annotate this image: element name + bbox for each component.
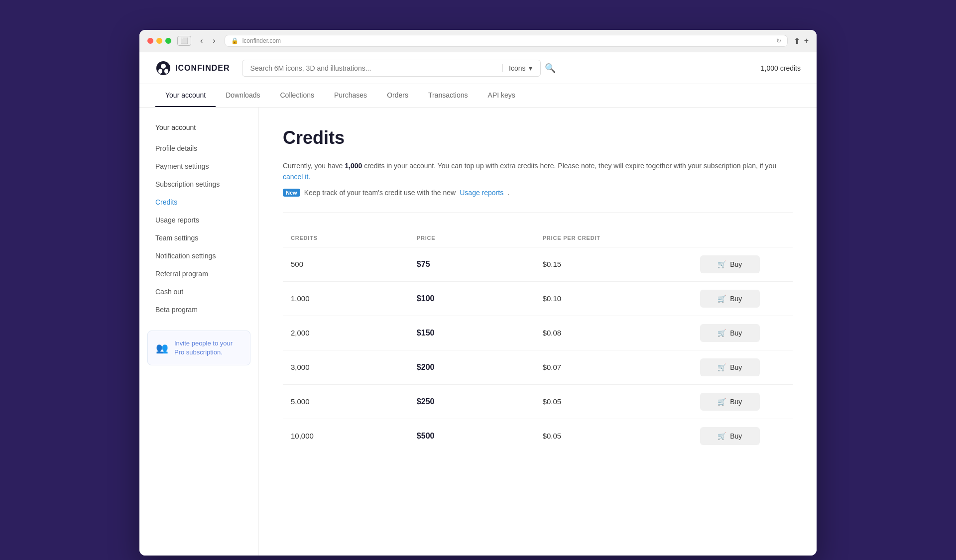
sidebar-item-profile-details[interactable]: Profile details <box>139 139 258 157</box>
new-badge: New <box>283 189 300 197</box>
forward-button[interactable]: › <box>210 35 218 46</box>
buy-label: Buy <box>730 398 742 406</box>
cell-credits-5: 10,000 <box>283 419 409 453</box>
url-text: iconfinder.com <box>242 37 281 44</box>
cell-price-0: $75 <box>409 247 535 281</box>
minimize-window-button[interactable] <box>156 38 162 44</box>
sidebar-item-payment-settings[interactable]: Payment settings <box>139 157 258 175</box>
col-header-credits: CREDITS <box>283 229 409 247</box>
tab-orders[interactable]: Orders <box>377 84 418 107</box>
table-header-row: CREDITS PRICE PRICE PER CREDIT <box>283 229 793 247</box>
tab-transactions[interactable]: Transactions <box>418 84 478 107</box>
cell-credits-1: 1,000 <box>283 281 409 316</box>
buy-label: Buy <box>730 260 742 268</box>
lock-icon: 🔒 <box>231 37 239 44</box>
svg-point-3 <box>164 69 168 74</box>
sidebar-item-usage-reports[interactable]: Usage reports <box>139 211 258 229</box>
cancel-link[interactable]: cancel it. <box>283 173 310 181</box>
sidebar-item-credits[interactable]: Credits <box>139 193 258 211</box>
cell-per-credit-5: $0.05 <box>535 419 692 453</box>
cell-credits-0: 500 <box>283 247 409 281</box>
table-row: 3,000 $200 $0.07 🛒 Buy <box>283 350 793 384</box>
cell-per-credit-0: $0.15 <box>535 247 692 281</box>
new-badge-row: New Keep track of your team's credit use… <box>283 189 793 197</box>
invite-box[interactable]: 👥 Invite people to your Pro subscription… <box>147 331 250 365</box>
cell-action-1: 🛒 Buy <box>692 281 793 316</box>
header-credits: 1,000 credits <box>761 64 801 72</box>
search-input[interactable] <box>250 64 499 72</box>
tab-downloads[interactable]: Downloads <box>216 84 270 107</box>
browser-window: ⬜ ‹ › 🔒 iconfinder.com ↻ ⬆ + ICONFINDER <box>139 30 817 556</box>
back-button[interactable]: ‹ <box>197 35 206 46</box>
sidebar-item-referral-program[interactable]: Referral program <box>139 265 258 283</box>
page-title: Credits <box>283 127 793 148</box>
people-icon: 👥 <box>156 342 168 354</box>
cell-credits-3: 3,000 <box>283 350 409 384</box>
buy-label: Buy <box>730 329 742 337</box>
cell-price-4: $250 <box>409 384 535 419</box>
cell-action-5: 🛒 Buy <box>692 419 793 453</box>
share-button[interactable]: ⬆ <box>794 36 800 46</box>
table-row: 500 $75 $0.15 🛒 Buy <box>283 247 793 281</box>
usage-reports-suffix: . <box>507 189 509 197</box>
traffic-lights <box>147 38 171 44</box>
buy-label: Buy <box>730 295 742 303</box>
tab-your-account[interactable]: Your account <box>155 84 216 107</box>
cell-per-credit-2: $0.08 <box>535 316 692 350</box>
svg-point-1 <box>161 64 166 69</box>
browser-chrome: ⬜ ‹ › 🔒 iconfinder.com ↻ ⬆ + <box>139 30 817 52</box>
page-content: Credits Currently, you have 1,000 credit… <box>259 108 817 556</box>
search-filter-label: Icons <box>509 64 525 72</box>
app-header: ICONFINDER Icons ▾ 🔍 1,000 credits <box>139 52 817 84</box>
new-tab-button[interactable]: + <box>804 36 809 46</box>
sidebar-item-cash-out[interactable]: Cash out <box>139 283 258 301</box>
sidebar-item-notification-settings[interactable]: Notification settings <box>139 247 258 265</box>
usage-reports-link[interactable]: Usage reports <box>460 189 503 197</box>
buy-button-0[interactable]: 🛒 Buy <box>700 255 760 273</box>
table-row: 10,000 $500 $0.05 🛒 Buy <box>283 419 793 453</box>
cell-credits-4: 5,000 <box>283 384 409 419</box>
credits-info-text2: credits in your account. You can top up … <box>362 162 776 170</box>
cell-price-2: $150 <box>409 316 535 350</box>
sidebar: Your account Profile details Payment set… <box>139 108 259 556</box>
buy-button-2[interactable]: 🛒 Buy <box>700 324 760 342</box>
nav-tabs: Your account Downloads Collections Purch… <box>139 84 817 108</box>
sidebar-item-subscription-settings[interactable]: Subscription settings <box>139 175 258 193</box>
logo-text: ICONFINDER <box>175 64 230 73</box>
tab-purchases[interactable]: Purchases <box>324 84 377 107</box>
buy-button-1[interactable]: 🛒 Buy <box>700 290 760 308</box>
tab-collections[interactable]: Collections <box>270 84 324 107</box>
invite-text: Invite people to your Pro subscription. <box>174 339 242 357</box>
search-bar: Icons ▾ <box>242 60 541 77</box>
sidebar-item-team-settings[interactable]: Team settings <box>139 229 258 247</box>
logo-icon <box>155 60 171 76</box>
table-row: 2,000 $150 $0.08 🛒 Buy <box>283 316 793 350</box>
buy-button-3[interactable]: 🛒 Buy <box>700 358 760 376</box>
buy-button-5[interactable]: 🛒 Buy <box>700 427 760 445</box>
close-window-button[interactable] <box>147 38 153 44</box>
browser-nav: ‹ › <box>197 35 219 46</box>
buy-label: Buy <box>730 432 742 440</box>
logo-area[interactable]: ICONFINDER <box>155 60 230 76</box>
col-header-price: PRICE <box>409 229 535 247</box>
tab-api-keys[interactable]: API keys <box>478 84 525 107</box>
maximize-window-button[interactable] <box>165 38 171 44</box>
cell-action-0: 🛒 Buy <box>692 247 793 281</box>
buy-button-4[interactable]: 🛒 Buy <box>700 393 760 411</box>
cart-icon: 🛒 <box>717 432 726 440</box>
main-content: Your account Profile details Payment set… <box>139 108 817 556</box>
sidebar-section-title: Your account <box>139 123 258 139</box>
address-bar[interactable]: 🔒 iconfinder.com ↻ <box>225 35 788 47</box>
search-button[interactable]: 🔍 <box>545 63 556 74</box>
chevron-down-icon: ▾ <box>529 64 532 72</box>
browser-actions: ⬆ + <box>794 36 809 46</box>
sidebar-item-beta-program[interactable]: Beta program <box>139 301 258 319</box>
refresh-icon[interactable]: ↻ <box>776 37 781 44</box>
col-header-per-credit: PRICE PER CREDIT <box>535 229 692 247</box>
sidebar-toggle-button[interactable]: ⬜ <box>177 36 191 46</box>
table-row: 1,000 $100 $0.10 🛒 Buy <box>283 281 793 316</box>
divider <box>283 213 793 213</box>
cell-per-credit-1: $0.10 <box>535 281 692 316</box>
col-header-action <box>692 229 793 247</box>
search-filter-dropdown[interactable]: Icons ▾ <box>502 64 532 72</box>
